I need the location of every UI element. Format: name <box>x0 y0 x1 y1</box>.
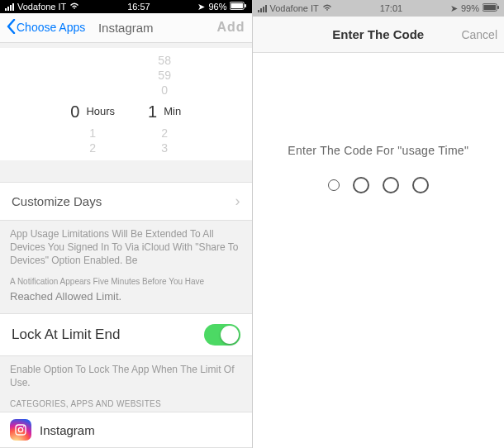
code-prompt: Enter The Code For "usage Time" <box>253 144 505 157</box>
signal-icon <box>258 5 267 12</box>
cancel-button[interactable]: Cancel <box>461 28 497 41</box>
status-time: 17:01 <box>380 3 403 13</box>
carrier-label: Vodafone IT <box>270 3 319 13</box>
nav-bar: Choose Apps Instagram Add <box>0 13 252 43</box>
phone-right: Vodafone IT 17:01 ➤ 99% Enter The Code C… <box>253 0 505 448</box>
lock-toggle[interactable] <box>204 324 240 346</box>
lock-label: Lock At Limit End <box>12 326 120 343</box>
hours-unit: Hours <box>86 105 115 117</box>
carrier-label: Vodafone IT <box>17 2 66 12</box>
app-row-instagram[interactable]: Instagram <box>0 412 252 448</box>
time-picker[interactable]: 0 Hours 1 2 58 59 0 1 Min 2 3 <box>0 48 252 160</box>
back-label: Choose Apps <box>17 21 85 34</box>
nav-bar: Enter The Code Cancel <box>253 17 505 53</box>
svg-rect-2 <box>245 4 247 7</box>
code-digit-2 <box>353 177 369 193</box>
svg-rect-1 <box>231 3 244 8</box>
minutes-unit: Min <box>164 105 181 117</box>
customize-days-row[interactable]: Customize Days › <box>0 182 252 221</box>
svg-point-4 <box>18 427 22 431</box>
phone-left: Vodafone IT 16:57 ➤ 96% Choose Apps Inst… <box>0 0 253 448</box>
back-button[interactable]: Choose Apps <box>7 19 85 36</box>
minutes-selected: 1 <box>148 98 157 126</box>
limit-note: App Usage Limitations Will Be Extended T… <box>0 221 252 269</box>
battery-icon <box>483 3 499 13</box>
location-icon: ➤ <box>450 3 458 14</box>
battery-icon <box>230 2 246 12</box>
code-digit-4 <box>412 177 429 193</box>
svg-rect-7 <box>483 5 496 10</box>
svg-rect-8 <box>497 6 499 9</box>
status-time: 16:57 <box>127 2 150 12</box>
chevron-right-icon: › <box>235 193 240 210</box>
app-label: Instagram <box>40 423 95 437</box>
section-header: CATEGORIES, APPS AND WEBSITES <box>0 391 252 412</box>
chevron-left-icon <box>7 19 16 36</box>
minutes-column[interactable]: 58 59 0 1 Min 2 3 <box>148 53 181 155</box>
wifi-icon <box>69 2 79 12</box>
signal-icon <box>5 3 14 11</box>
limit-note-2: A Notification Appears Five Minutes Befo… <box>0 269 252 290</box>
battery-label: 99% <box>461 3 479 13</box>
add-button[interactable]: Add <box>216 20 245 35</box>
limit-note-3: Reached Allowed Limit. <box>0 290 252 305</box>
lock-note: Enable Option To Lock The App When The L… <box>0 356 252 391</box>
hours-column[interactable]: 0 Hours 1 2 <box>70 53 115 155</box>
location-icon: ➤ <box>197 2 205 12</box>
code-digit-1 <box>328 179 340 191</box>
customize-days-label: Customize Days <box>12 194 102 208</box>
wifi-icon <box>322 3 332 13</box>
instagram-icon <box>10 419 31 441</box>
status-bar: Vodafone IT 17:01 ➤ 99% <box>253 0 505 17</box>
svg-point-5 <box>23 427 25 428</box>
status-bar: Vodafone IT 16:57 ➤ 96% <box>0 0 252 13</box>
battery-label: 96% <box>208 2 226 12</box>
code-digit-3 <box>383 177 399 193</box>
hours-selected: 0 <box>70 98 79 126</box>
code-input[interactable] <box>253 177 505 193</box>
lock-at-limit-row: Lock At Limit End <box>0 313 252 356</box>
